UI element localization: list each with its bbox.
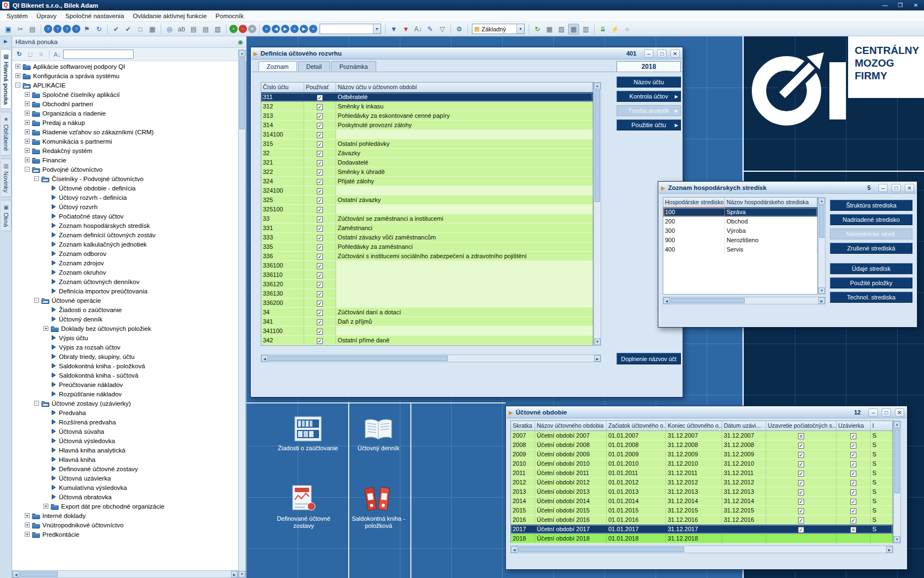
scroll-up-icon[interactable]: ▲ xyxy=(594,83,601,89)
sort-az-icon[interactable]: A↓ xyxy=(413,24,424,35)
collapse-minus-icon[interactable]: - xyxy=(34,298,39,303)
column-header-uzavretie-pociatocnych-s[interactable]: Uzavretie počiatočných s... xyxy=(766,421,837,430)
scroll-thumb[interactable] xyxy=(819,205,824,238)
window-menu-icon[interactable]: ▶ xyxy=(254,51,258,57)
technol-strediska-button[interactable]: Technol. strediska xyxy=(830,292,912,303)
tree-item-redakcny-system[interactable]: +Redakčný systém xyxy=(12,146,238,155)
account-row-341100[interactable]: 341100✓ xyxy=(261,326,593,336)
tree-item-obchodni-partneri[interactable]: +Obchodní partneri xyxy=(12,99,238,108)
tree-item-zoznam-uctovnych-dennikov[interactable]: Zoznam účtovných denníkov xyxy=(12,277,238,286)
expand-plus-icon[interactable]: + xyxy=(43,504,48,509)
export-icon[interactable]: ⇊ xyxy=(597,24,608,35)
scroll-left-icon[interactable]: ◀ xyxy=(663,297,670,304)
checkbox[interactable]: ✓ xyxy=(317,329,323,335)
help-icon[interactable]: ? xyxy=(44,25,52,33)
print-list-icon[interactable]: ▤ xyxy=(200,24,211,35)
obdobie-row-2017[interactable]: 2017Účetní období 201701.01.201731.12.20… xyxy=(511,525,893,534)
menu-search-input[interactable] xyxy=(63,50,134,59)
account-row-313[interactable]: 313✓Pohledávky za eskontované cenné papí… xyxy=(261,111,593,121)
scroll-left-icon[interactable]: ◀ xyxy=(261,355,268,362)
account-row-335[interactable]: 335✓Pohledávky za zaměstnanci xyxy=(261,242,593,252)
close-button[interactable]: ✕ xyxy=(670,50,680,58)
column-header-hospodarske-stredisko[interactable]: Hospodárske stredisko xyxy=(663,198,725,207)
windows-icon[interactable]: □ xyxy=(135,24,146,35)
collapse-minus-icon[interactable]: - xyxy=(25,167,30,172)
scroll-thumb[interactable] xyxy=(894,428,900,493)
checkbox[interactable]: ✓ xyxy=(850,461,856,467)
checkbox[interactable] xyxy=(798,433,804,439)
checkbox[interactable]: ✓ xyxy=(317,254,323,260)
tree-item-kumulativna-vysledovka[interactable]: Kumulatívna výsledovka xyxy=(12,483,238,492)
nav-run-icon[interactable]: ▶ xyxy=(300,25,308,33)
help-whatsthis-icon[interactable]: ? xyxy=(63,25,71,33)
table-view-icon[interactable]: ▦ xyxy=(544,24,555,35)
window-cascade-icon[interactable]: ▦ xyxy=(147,24,158,35)
panel-collapse-icon[interactable]: ▶ xyxy=(0,36,12,46)
checkbox[interactable]: ✓ xyxy=(317,132,323,138)
struktura-strediska-button[interactable]: Štruktúra strediska xyxy=(830,200,912,211)
spellcheck-icon[interactable]: ab xyxy=(176,24,187,35)
checkbox[interactable]: ✓ xyxy=(317,113,323,119)
stredisko-row-200[interactable]: 200Obchod xyxy=(663,217,817,226)
checkbox[interactable]: ✓ xyxy=(850,443,856,449)
tab-detail[interactable]: Detail xyxy=(298,61,330,71)
naslednicke-stred-button[interactable]: Následnícke stred. xyxy=(830,228,912,239)
column-header-zaciatok-uctovneho-o[interactable]: Začiatok účtovného o... xyxy=(607,421,666,430)
tree-item-interne-doklady[interactable]: +Interné doklady xyxy=(12,511,238,520)
apply-all-icon[interactable]: ✔ xyxy=(123,24,134,35)
window-titlebar[interactable]: ▶ Definícia účtového rozvrhu 401 – □ ✕ xyxy=(251,48,682,59)
scroll-right-icon[interactable]: ▶ xyxy=(818,297,825,304)
scroll-up-icon[interactable]: ▲ xyxy=(239,50,245,57)
sidebar-tab-oblubene[interactable]: ★Obľúbené xyxy=(1,112,12,155)
checkbox[interactable]: ✓ xyxy=(317,301,323,307)
checkbox[interactable]: ✓ xyxy=(317,104,323,110)
tree-item-spolocne-ciselniky-aplikacii[interactable]: +Spoločné číselníky aplikácií xyxy=(12,90,238,99)
expand-plus-icon[interactable]: + xyxy=(25,120,30,125)
close-button[interactable]: ✕ xyxy=(905,184,914,192)
view-combo[interactable]: ▦Základný▼ xyxy=(472,24,525,34)
scroll-left-icon[interactable]: ◀ xyxy=(13,571,19,577)
checkbox[interactable]: ✓ xyxy=(798,443,804,449)
tree-item-uctovna-vysledovka[interactable]: Účtovná výsledovka xyxy=(12,436,238,445)
cancel-changes-icon[interactable]: ✕ xyxy=(248,25,256,33)
maximize-button[interactable]: □ xyxy=(892,184,901,192)
vertical-scrollbar[interactable]: ▲▼ xyxy=(593,82,601,346)
tree-item-konfiguracia-a-sprava-systemu[interactable]: +Konfigurácia a správa systému xyxy=(12,71,238,80)
tree-item-ciselniky-podvojne-uctovnictvo[interactable]: -Číselníky - Podvojné účtovníctvo xyxy=(12,174,238,183)
tree-item-vypis-uctu[interactable]: Výpis účtu xyxy=(12,333,238,342)
horizontal-scrollbar[interactable]: ◀▶ xyxy=(510,546,893,553)
chevron-down-icon[interactable]: ▼ xyxy=(516,24,524,34)
run-person-icon[interactable]: ⚡ xyxy=(609,24,620,35)
obdobie-row-2011[interactable]: 2011Účetní období 201101.01.201131.12.20… xyxy=(511,468,893,478)
stredisko-row-900[interactable]: 900Nerozlišeno xyxy=(663,236,817,245)
column-header-nazov-hospodarskeho-strediska[interactable]: Názov hospodárskeho strediska xyxy=(725,198,817,207)
tree-item-zoznam-hospodarskych-stredisk[interactable]: Zoznam hospodárskych stredísk xyxy=(12,221,238,230)
apply-icon[interactable]: ✔ xyxy=(111,24,122,35)
tree-item-hlavna-kniha[interactable]: Hlavná kniha xyxy=(12,455,238,464)
tree-item-riadenie-vztahov-so-zakaznikmi-crm[interactable]: +Riadenie vzťahov so zákazníkmi (CRM) xyxy=(12,127,238,137)
tree-item-organizacia-a-riadenie[interactable]: +Organizácia a riadenie xyxy=(12,108,238,118)
tree-item-saldokontna-kniha-polozkova[interactable]: Saldokontná kniha - položková xyxy=(12,361,238,370)
column-header-nazov-uctu-v-uctovnom-obdobi[interactable]: Názov účtu v účtovnom období xyxy=(336,83,593,92)
account-row-325100[interactable]: 325100✓ xyxy=(261,205,593,214)
nazov-uctu-button[interactable]: Názov účtu xyxy=(617,77,681,88)
window-titlebar[interactable]: ▶ Zoznam hospodárskych stredísk 5 – □ ✕ xyxy=(659,182,916,194)
checkbox[interactable]: ✓ xyxy=(317,188,323,194)
tree-item-predvaha[interactable]: Predvaha xyxy=(12,408,238,417)
new-window-icon[interactable]: ▣ xyxy=(3,24,14,35)
horizontal-scrollbar[interactable]: ◀▶ xyxy=(663,297,826,304)
account-row-324100[interactable]: 324100✓ xyxy=(261,186,593,195)
checkbox[interactable]: ✓ xyxy=(798,461,804,467)
menu-spolocne-nastavenia[interactable]: Spoločné nastavenia xyxy=(61,11,129,21)
pivot-view-icon[interactable]: ▧ xyxy=(556,24,567,35)
menu-pomocnik[interactable]: Pomocník xyxy=(211,11,248,21)
window-titlebar[interactable]: ▶ Účtovné obdobie 12 – □ ✕ xyxy=(507,407,906,418)
column-header-datum-uzavi[interactable]: Dátum uzávi... xyxy=(722,421,766,430)
checkbox[interactable]: ✓ xyxy=(317,263,323,269)
tree-item-uctovy-rozvrh[interactable]: Účtový rozvrh xyxy=(12,202,238,211)
reload-data-icon[interactable]: ↻ xyxy=(532,24,543,35)
help-topics-icon[interactable]: ? xyxy=(53,25,62,33)
filter-icon[interactable]: ▼ xyxy=(388,24,399,35)
checkbox[interactable]: ✓ xyxy=(317,310,323,316)
collapse-minus-icon[interactable]: - xyxy=(15,83,20,88)
